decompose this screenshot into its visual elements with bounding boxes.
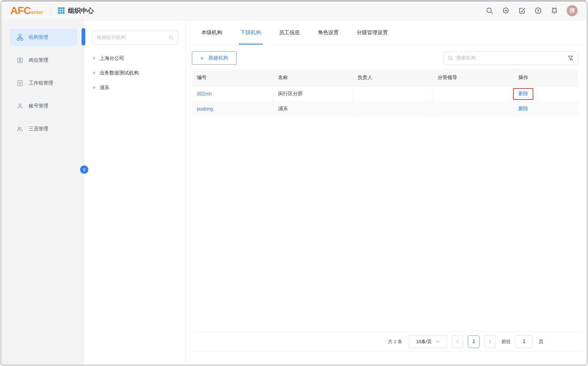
next-page-button[interactable] bbox=[484, 335, 496, 348]
content-spacer bbox=[191, 117, 587, 332]
ai-assistant-icon[interactable]: AI bbox=[502, 7, 510, 15]
caret-right-icon[interactable] bbox=[93, 57, 96, 60]
tree-search-box bbox=[92, 31, 178, 44]
app-title-group: 组织中心 bbox=[58, 6, 94, 15]
goto-page-input[interactable] bbox=[515, 335, 533, 348]
org-owner-cell bbox=[353, 101, 433, 116]
tab-employee-info[interactable]: 员工信息 bbox=[277, 20, 301, 45]
org-search-box bbox=[443, 51, 578, 65]
grid-app-icon bbox=[58, 7, 64, 14]
main-content: 本级机构 下级机构 员工信息 角色设置 分级管理设置 ＋ 新建机构 bbox=[191, 20, 587, 365]
sidebar-nav: 机构管理 岗位管理 工作组管理 账号管理 bbox=[1, 20, 84, 365]
org-table-wrap: 编号 名称 负责人 分管领导 操作 002mh 闵行区分部 bbox=[192, 69, 578, 117]
clipboard-icon bbox=[17, 80, 24, 87]
help-icon[interactable]: ? bbox=[534, 7, 542, 15]
org-code-link[interactable]: 002mh bbox=[197, 91, 212, 96]
svg-text:AI: AI bbox=[505, 9, 507, 12]
tab-role-settings[interactable]: 角色设置 bbox=[316, 20, 340, 45]
table-header-row: 编号 名称 负责人 分管领导 操作 bbox=[192, 69, 578, 86]
delete-link[interactable]: 删除 bbox=[518, 91, 528, 96]
sidebar-item-org-management[interactable]: 机构管理 bbox=[10, 29, 77, 46]
org-leader-cell bbox=[432, 101, 513, 116]
panel-divider bbox=[186, 20, 191, 365]
table-row: 002mh 闵行区分部 删除 bbox=[192, 86, 578, 101]
chevron-left-icon bbox=[456, 340, 459, 343]
logo-text-main: AFC bbox=[10, 5, 31, 16]
logo-text-sub: enter bbox=[31, 10, 43, 15]
chevron-left-icon bbox=[83, 168, 86, 172]
tab-current-org[interactable]: 本级机构 bbox=[200, 20, 224, 45]
org-tree-panel: 上海分公司 业务数据测试机构 浦东 bbox=[84, 20, 186, 365]
search-icon bbox=[168, 35, 174, 40]
sidebar-item-position-management[interactable]: 岗位管理 bbox=[10, 52, 77, 69]
bottom-padding bbox=[191, 351, 587, 365]
app-window: AFCenter 组织中心 AI ? bbox=[1, 1, 587, 365]
tab-hierarchy-settings[interactable]: 分级管理设置 bbox=[355, 20, 389, 45]
annotation-highlight-box: 删除 bbox=[513, 88, 533, 100]
col-header-name: 名称 bbox=[273, 69, 352, 86]
collapse-panel-button[interactable] bbox=[80, 165, 88, 174]
sidebar-item-label: 机构管理 bbox=[29, 34, 48, 41]
sidebar-item-label: 三员管理 bbox=[29, 126, 48, 132]
caret-right-icon[interactable] bbox=[93, 71, 96, 74]
org-name-cell: 闵行区分部 bbox=[273, 86, 352, 101]
caret-right-icon[interactable] bbox=[93, 86, 96, 89]
chevron-right-icon bbox=[488, 340, 492, 343]
toolbar: ＋ 新建机构 bbox=[192, 51, 578, 65]
page-size-select[interactable]: 10条/页 bbox=[409, 335, 447, 348]
org-code-link[interactable]: pudong bbox=[197, 106, 213, 111]
tab-bar: 本级机构 下级机构 员工信息 角色设置 分级管理设置 bbox=[191, 20, 587, 45]
current-page-button[interactable]: 1 bbox=[468, 335, 480, 348]
top-header: AFCenter 组织中心 AI ? bbox=[1, 1, 587, 20]
pagination-bar: 共 2 条 10条/页 1 前往 页 bbox=[192, 332, 582, 351]
tree-search-input[interactable] bbox=[97, 35, 166, 40]
sidebar-item-account-management[interactable]: 账号管理 bbox=[10, 97, 77, 115]
sidebar-item-label: 工作组管理 bbox=[29, 80, 53, 86]
search-icon[interactable] bbox=[486, 7, 494, 15]
table-row: pudong 浦东 删除 bbox=[192, 101, 578, 116]
body-row: 机构管理 岗位管理 工作组管理 账号管理 bbox=[1, 20, 587, 365]
active-section-indicator bbox=[82, 28, 85, 45]
header-actions: AI ? 演 bbox=[486, 5, 578, 16]
org-owner-cell bbox=[353, 86, 433, 101]
user-avatar[interactable]: 演 bbox=[567, 5, 578, 16]
pagination-total: 共 2 条 bbox=[388, 339, 402, 345]
prev-page-button[interactable] bbox=[452, 335, 463, 348]
goto-label: 前往 bbox=[502, 339, 511, 345]
chevron-down-icon bbox=[436, 340, 439, 343]
tab-sub-org[interactable]: 下级机构 bbox=[239, 20, 263, 45]
sidebar-item-label: 岗位管理 bbox=[29, 57, 48, 63]
tree-node-shanghai-branch[interactable]: 上海分公司 bbox=[92, 51, 178, 66]
org-leader-cell bbox=[432, 86, 513, 101]
feedback-edit-icon[interactable] bbox=[518, 7, 526, 15]
org-search-input[interactable] bbox=[456, 55, 564, 61]
col-header-owner: 负责人 bbox=[353, 69, 433, 86]
notification-bell-icon[interactable] bbox=[550, 7, 558, 15]
goto-unit-label: 页 bbox=[539, 339, 543, 345]
header-divider bbox=[50, 7, 51, 15]
tree-node-pudong[interactable]: 浦东 bbox=[92, 80, 178, 95]
filter-funnel-icon[interactable] bbox=[568, 55, 574, 61]
user-icon bbox=[17, 103, 24, 110]
delete-link[interactable]: 删除 bbox=[518, 106, 528, 111]
users-icon bbox=[17, 125, 24, 132]
sidebar-item-workgroup-management[interactable]: 工作组管理 bbox=[10, 74, 77, 92]
app-logo[interactable]: AFCenter bbox=[10, 5, 43, 16]
create-org-button[interactable]: ＋ 新建机构 bbox=[192, 51, 237, 65]
sidebar-item-label: 账号管理 bbox=[29, 103, 48, 109]
badge-icon bbox=[17, 57, 24, 64]
org-chart-icon bbox=[17, 34, 24, 41]
org-table: 编号 名称 负责人 分管领导 操作 002mh 闵行区分部 bbox=[192, 69, 578, 117]
tree-node-business-data-test-org[interactable]: 业务数据测试机构 bbox=[92, 66, 178, 80]
svg-text:?: ? bbox=[537, 9, 539, 13]
page-title: 组织中心 bbox=[68, 6, 94, 15]
sidebar-item-three-member-management[interactable]: 三员管理 bbox=[10, 120, 77, 138]
col-header-actions: 操作 bbox=[513, 69, 578, 86]
search-icon bbox=[448, 55, 453, 61]
org-tree: 上海分公司 业务数据测试机构 浦东 bbox=[92, 51, 178, 95]
col-header-leader: 分管领导 bbox=[432, 69, 513, 86]
plus-icon: ＋ bbox=[199, 55, 205, 61]
col-header-code: 编号 bbox=[192, 69, 273, 86]
org-name-cell: 浦东 bbox=[273, 101, 352, 116]
